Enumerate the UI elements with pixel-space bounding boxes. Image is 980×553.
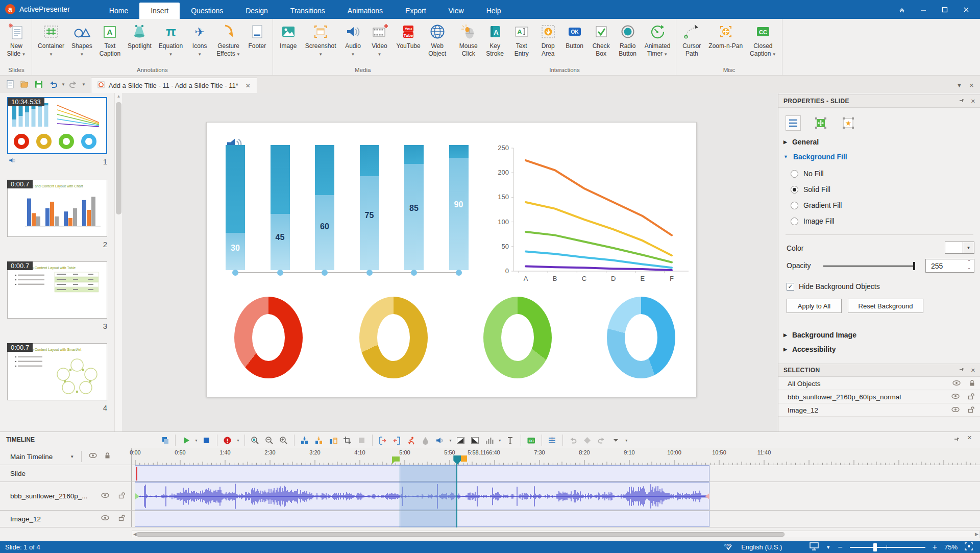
image-button[interactable]: Image: [275, 21, 302, 51]
dropdown-caret[interactable]: ▼: [236, 439, 240, 442]
slide[interactable]: 304560758590250200150100500ABCDEF: [206, 122, 697, 397]
main-timeline-dropdown[interactable]: Main Timeline▼: [0, 448, 132, 465]
more-button[interactable]: [610, 435, 622, 446]
hide-background-objects[interactable]: ✓ Hide Background Objects: [787, 282, 880, 291]
radio-button-button[interactable]: RadioButton: [615, 21, 641, 59]
selection-row-image-12[interactable]: Image_12: [778, 404, 980, 417]
tab-general-properties[interactable]: [786, 115, 801, 131]
check-box-button[interactable]: CheckBox: [588, 21, 615, 59]
spotlight-button[interactable]: Spotlight: [124, 21, 155, 51]
closed-caption-button[interactable]: CCClosedCaption ▼: [746, 21, 780, 59]
icons-button[interactable]: ✈Icons▼: [186, 21, 213, 59]
new-document-button[interactable]: [4, 78, 16, 90]
cursor-path-button[interactable]: CursorPath: [678, 21, 705, 59]
zoom-slider-handle[interactable]: [873, 543, 877, 551]
maximize-button[interactable]: [936, 3, 953, 16]
close-icon[interactable]: ✕: [967, 435, 972, 441]
redo-button[interactable]: [67, 78, 80, 90]
zoom-out-button[interactable]: [264, 435, 275, 446]
gesture-effects-button[interactable]: GestureEffects ▼: [213, 21, 244, 59]
menu-item-transitions[interactable]: Transitions: [279, 3, 336, 19]
section-background-image[interactable]: ▶ Background Image: [783, 331, 856, 339]
tab-effects-properties[interactable]: ★: [841, 115, 856, 131]
section-background-fill[interactable]: ▼ Background Fill: [783, 153, 847, 161]
sync-button[interactable]: [582, 435, 593, 446]
fill-option-image-fill[interactable]: Image Fill: [791, 217, 835, 225]
view-mode-dropdown-icon[interactable]: ▼: [826, 545, 830, 550]
container-button[interactable]: Container▼: [34, 21, 68, 59]
text-entry-button[interactable]: ATextEntry: [508, 21, 535, 59]
spin-up-icon[interactable]: ⌃: [967, 259, 971, 264]
thumbnails-scrollbar[interactable]: ▲: [114, 93, 122, 431]
play-button[interactable]: [180, 435, 191, 446]
radio-unselected[interactable]: [791, 170, 798, 178]
text-caption-button[interactable]: ATextCaption: [96, 21, 124, 59]
checkbox-checked-icon[interactable]: ✓: [787, 283, 794, 291]
button-button[interactable]: OKButton: [561, 21, 588, 51]
lock-open-icon[interactable]: [968, 393, 975, 401]
key-stroke-button[interactable]: AKeyStroke: [482, 21, 508, 59]
undo-button[interactable]: [47, 78, 59, 90]
crop-time-button[interactable]: [342, 435, 353, 446]
menu-item-view[interactable]: View: [437, 3, 475, 19]
spellcheck-icon[interactable]: abc: [724, 542, 734, 552]
selection-row-bbb-sunflower-2160p-60fps-normal[interactable]: bbb_sunflower_2160p_60fps_normal: [778, 391, 980, 403]
visibility-eye-icon[interactable]: [952, 379, 961, 388]
save-button[interactable]: [33, 78, 45, 90]
visibility-eye-icon[interactable]: [951, 393, 960, 401]
playback-speed-button[interactable]: [406, 435, 417, 446]
pin-ribbon-button[interactable]: [893, 3, 911, 16]
animated-timer-button[interactable]: AnimatedTimer ▼: [641, 21, 674, 59]
range-start-button[interactable]: [377, 435, 388, 446]
drop-area-button[interactable]: DropArea: [535, 21, 561, 59]
timeline-ruler[interactable]: 0:000:501:402:303:204:105:005:506:407:30…: [132, 448, 980, 465]
lock-closed-icon[interactable]: [104, 452, 111, 461]
lock-open-icon[interactable]: [968, 406, 975, 415]
opacity-spinner[interactable]: 255 ⌃ ⌄: [925, 259, 974, 273]
section-accessibility[interactable]: ▶ Accessibility: [783, 345, 836, 353]
track-header-slide[interactable]: Slide: [0, 465, 132, 482]
track-lane-0[interactable]: [132, 465, 980, 482]
tab-size-properties[interactable]: [813, 115, 828, 131]
section-general[interactable]: ▶ General: [783, 138, 819, 146]
preview-icon[interactable]: [810, 542, 819, 552]
adjust-volume-button[interactable]: [484, 435, 495, 446]
radio-unselected[interactable]: [791, 202, 798, 209]
new-slide-button[interactable]: NewSlide ▼: [3, 21, 30, 59]
insert-time-button[interactable]: [299, 435, 310, 446]
dropdown-caret[interactable]: ▼: [625, 439, 628, 442]
visibility-eye-icon[interactable]: [89, 452, 97, 461]
visibility-eye-icon[interactable]: [101, 492, 109, 501]
delete-time-button[interactable]: [328, 435, 339, 446]
fade-in-button[interactable]: [455, 435, 467, 446]
stop-button[interactable]: [201, 435, 212, 446]
slide-thumbnail-4[interactable]: 0:00.7Two Content Layout with SmartArt: [7, 343, 107, 400]
radio-unselected[interactable]: [791, 218, 798, 225]
menu-item-home[interactable]: Home: [98, 3, 139, 19]
screenshot-button[interactable]: Screenshot▼: [302, 21, 340, 59]
closed-caption-button[interactable]: CC: [526, 435, 537, 446]
scroll-up-arrow[interactable]: ▲: [116, 94, 121, 100]
pin-icon[interactable]: [959, 98, 965, 105]
fit-to-window-icon[interactable]: [965, 542, 973, 552]
slides-pane-button[interactable]: [159, 435, 170, 446]
lock-closed-icon[interactable]: [969, 379, 975, 388]
zoom-n-pan-button[interactable]: Zoom-n-Pan: [705, 21, 746, 51]
collapse-icon[interactable]: ▼: [957, 82, 962, 89]
fill-option-solid-fill[interactable]: Solid Fill: [791, 185, 830, 194]
visibility-eye-icon[interactable]: [951, 406, 960, 415]
playhead-stem[interactable]: [456, 464, 457, 527]
range-end-button[interactable]: [391, 435, 403, 446]
opacity-slider-track[interactable]: [823, 266, 915, 267]
reset-background-button[interactable]: Reset Background: [848, 299, 923, 313]
selection-row-all-objects[interactable]: All Objects: [778, 377, 980, 390]
slide-canvas[interactable]: 304560758590250200150100500ABCDEF: [122, 93, 778, 431]
opacity-slider-handle[interactable]: [913, 262, 915, 270]
menu-item-export[interactable]: Export: [394, 3, 437, 19]
youtube-button[interactable]: YouTubeYouTube: [393, 21, 424, 51]
fill-option-gradient-fill[interactable]: Gradient Fill: [791, 201, 842, 209]
visibility-eye-icon[interactable]: [101, 514, 109, 523]
timeline-tracks[interactable]: [132, 465, 980, 527]
menu-item-insert[interactable]: Insert: [139, 3, 180, 19]
spin-down-icon[interactable]: ⌄: [967, 266, 971, 270]
